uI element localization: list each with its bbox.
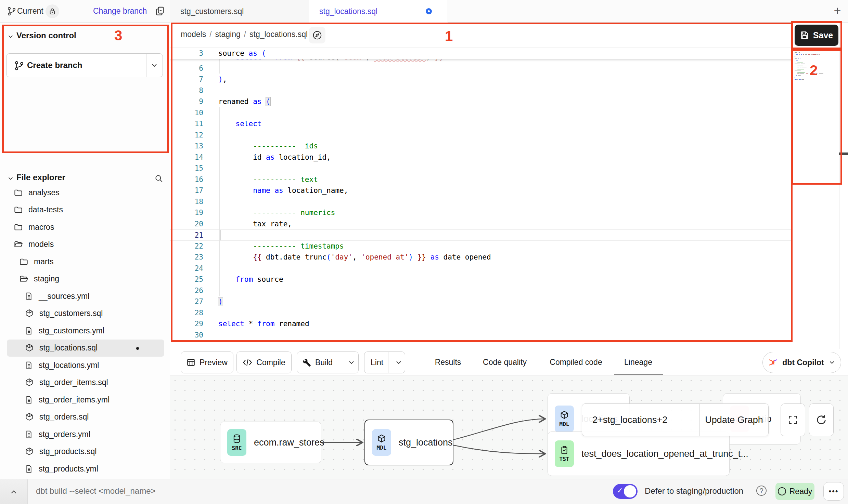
compile-button[interactable]: Compile (236, 352, 292, 373)
editor-tab-stg_customers.sql[interactable]: stg_customers.sql (170, 0, 309, 23)
lint-button[interactable]: Lint (364, 352, 405, 373)
new-tab-button[interactable]: + (831, 4, 844, 18)
results-tab-Lineage[interactable]: Lineage (616, 349, 660, 375)
copy-branch-icon[interactable] (155, 5, 166, 17)
file-item-stg_customers.sql[interactable]: stg_customers.sql (0, 305, 170, 322)
file-item-data-tests[interactable]: data-tests (0, 201, 170, 218)
collapsed-right-panel (839, 23, 848, 349)
code-line-8: 8 (170, 85, 793, 96)
folder-open-icon (19, 274, 28, 283)
file-item-__sources.yml[interactable]: __sources.yml (0, 288, 170, 305)
newtab-area: + (823, 0, 848, 23)
node-type-badge: TST (555, 440, 574, 467)
update-graph-button[interactable]: Update Graph (700, 404, 768, 436)
file-label: data-tests (28, 205, 63, 214)
file-item-stg_products.sql[interactable]: stg_products.sql (0, 443, 170, 460)
editor-tab-stg_locations.sql[interactable]: stg_locations.sql (309, 0, 448, 23)
line-number: 15 (170, 163, 203, 174)
code-line-29: 29select * from renamed (170, 318, 793, 330)
file-item-staging[interactable]: staging (0, 270, 170, 288)
lineage-node-stg_locations[interactable]: MDLstg_locations (364, 420, 453, 465)
collapse-panel-button[interactable] (5, 485, 23, 500)
code-editor[interactable]: select * from {{ source('ecom', 'raw_sto… (170, 48, 793, 349)
lint-dropdown[interactable] (395, 358, 403, 367)
file-label: stg_customers.sql (39, 309, 103, 318)
model-icon (25, 343, 34, 353)
results-tab-Results[interactable]: Results (427, 349, 468, 375)
file-item-stg_orders.yml[interactable]: stg_orders.yml (0, 426, 170, 443)
help-icon[interactable]: ? (756, 486, 767, 496)
defer-toggle[interactable]: ✓ (613, 484, 638, 499)
create-branch-main[interactable]: Create branch (7, 54, 146, 77)
file-item-stg_locations.yml[interactable]: stg_locations.yml (0, 357, 170, 374)
breadcrumb: models/staging/stg_locations.sql (181, 30, 308, 39)
file-item-stg_locations.sql[interactable]: stg_locations.sql (0, 340, 170, 357)
cube-icon (377, 434, 386, 443)
node-type-badge: MDL (555, 406, 574, 432)
version-control-header[interactable]: Version control (0, 28, 170, 44)
lineage-selector-input[interactable]: 2+stg_locations+2 (582, 404, 699, 436)
file-item-macros[interactable]: macros (0, 218, 170, 236)
minimap[interactable] (795, 50, 838, 81)
results-tab-Code quality[interactable]: Code quality (474, 349, 536, 375)
file-label: stg_order_items.yml (39, 395, 110, 404)
create-branch-dropdown[interactable] (146, 54, 163, 77)
line-number: 29 (170, 318, 203, 330)
version-control-title: Version control (16, 31, 76, 40)
table-icon (187, 358, 195, 367)
panel-resize-handle[interactable] (839, 152, 848, 155)
results-tab-Compiled code[interactable]: Compiled code (540, 349, 612, 375)
change-branch-link[interactable]: Change branch (93, 6, 147, 16)
code-line-15: 15 (170, 163, 793, 174)
create-branch-button[interactable]: Create branch (6, 53, 163, 77)
search-icon[interactable] (154, 174, 163, 183)
copilot-logo-icon (768, 357, 778, 368)
node-label: ecom.raw_stores (254, 437, 324, 448)
node-label: stg_locations (399, 437, 453, 448)
line-number: 27 (170, 296, 203, 307)
tab-strip: stg_customers.sqlstg_locations.sql (170, 0, 448, 23)
folder-open-icon (14, 240, 23, 249)
save-button[interactable]: Save (795, 25, 838, 46)
file-explorer-header[interactable]: File explorer (0, 170, 170, 186)
ready-status-button[interactable]: Ready (775, 483, 814, 500)
lineage-node-test_does_location_opened_at_trunc_t...[interactable]: TSTtest_does_location_opened_at_trunc_t.… (548, 432, 730, 476)
breadcrumb-separator: / (206, 30, 215, 39)
more-options-button[interactable]: ••• (823, 482, 844, 501)
lineage-refresh-button[interactable] (809, 403, 834, 436)
dbt-copilot-button[interactable]: dbt Copilot (762, 352, 841, 373)
preview-button[interactable]: Preview (181, 352, 233, 373)
build-button[interactable]: Build (297, 352, 359, 373)
compile-label: Compile (256, 358, 285, 367)
node-type-badge: MDL (372, 429, 391, 456)
db-icon (232, 434, 242, 444)
file-label: __sources.yml (39, 292, 89, 301)
lineage-node-ecom.raw_stores[interactable]: SRCecom.raw_stores (220, 422, 321, 463)
clip-icon (560, 445, 569, 455)
copilot-dropdown[interactable] (828, 359, 836, 366)
code-line-7: 7), (170, 74, 793, 85)
breadcrumb-segment[interactable]: staging (215, 30, 241, 39)
file-item-models[interactable]: models (0, 236, 170, 253)
file-label: stg_products.yml (39, 464, 98, 474)
file-item-stg_products.yml[interactable]: stg_products.yml (0, 460, 170, 477)
lineage-panel[interactable]: SRCecom.raw_storesMDLstg_locationsMDLloc… (170, 375, 848, 479)
file-item-stg_order_items.yml[interactable]: stg_order_items.yml (0, 391, 170, 408)
file-item-stg_orders.sql[interactable]: stg_orders.sql (0, 409, 170, 426)
file-item-stg_customers.yml[interactable]: stg_customers.yml (0, 322, 170, 339)
active-tab-underline (614, 374, 663, 375)
breadcrumb-segment[interactable]: models (181, 30, 206, 39)
sticky-scroll-line: 3 source as ( (170, 48, 793, 59)
build-dropdown[interactable] (347, 358, 356, 367)
file-item-marts[interactable]: marts (0, 253, 170, 270)
file-item-analyses[interactable]: analyses (0, 184, 170, 201)
breadcrumb-segment[interactable]: stg_locations.sql (249, 30, 308, 39)
lineage-compass-icon[interactable] (309, 27, 325, 43)
file-item-stg_order_items.sql[interactable]: stg_order_items.sql (0, 374, 170, 391)
lineage-fullscreen-button[interactable] (781, 403, 805, 436)
line-number: 19 (170, 207, 203, 218)
code-line-28: 28 (170, 307, 793, 319)
file-explorer-title: File explorer (16, 173, 65, 182)
line-number: 24 (170, 263, 203, 274)
file-label: stg_orders.yml (39, 430, 90, 439)
